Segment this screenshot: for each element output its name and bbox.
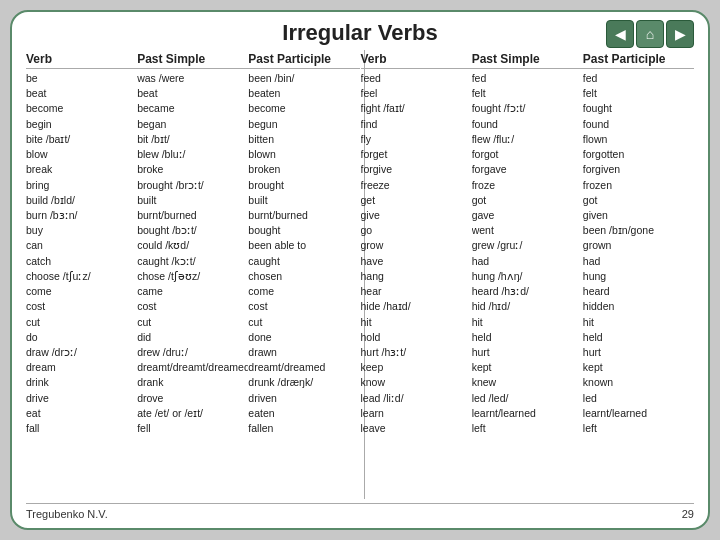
table-row: growgrew /gruː/grown	[361, 238, 695, 253]
table-cell: went	[472, 223, 583, 238]
table-cell: become	[248, 101, 359, 116]
table-cell: led /led/	[472, 391, 583, 406]
right-past-simple-header: Past Simple	[472, 50, 583, 68]
table-cell: beaten	[248, 86, 359, 101]
table-cell: cut	[137, 315, 248, 330]
table-cell: hold	[361, 330, 472, 345]
table-cell: cut	[248, 315, 359, 330]
table-row: havehadhad	[361, 254, 695, 269]
table-cell: fight /faɪt/	[361, 101, 472, 116]
table-cell: brought	[248, 178, 359, 193]
table-row: cutcutcut	[26, 315, 360, 330]
table-cell: hit	[472, 315, 583, 330]
table-cell: come	[248, 284, 359, 299]
table-row: hurt /hɜːt/hurthurt	[361, 345, 695, 360]
table-cell: fallen	[248, 421, 359, 436]
table-cell: cost	[26, 299, 137, 314]
table-cell: forget	[361, 147, 472, 162]
table-cell: got	[472, 193, 583, 208]
table-cell: drunk /dræŋk/	[248, 375, 359, 390]
table-cell: hurt	[583, 345, 694, 360]
table-cell: forgive	[361, 162, 472, 177]
table-cell: broke	[137, 162, 248, 177]
table-row: beatbeatbeaten	[26, 86, 360, 101]
table-cell: be	[26, 71, 137, 86]
table-cell: left	[583, 421, 694, 436]
table-cell: do	[26, 330, 137, 345]
footer: Tregubenko N.V. 29	[26, 503, 694, 520]
table-row: lead /liːd/led /led/led	[361, 391, 695, 406]
table-cell: get	[361, 193, 472, 208]
table-cell: forgot	[472, 147, 583, 162]
table-cell: was /were	[137, 71, 248, 86]
table-cell: burn /bɜːn/	[26, 208, 137, 223]
table-cell: freeze	[361, 178, 472, 193]
table-cell: drive	[26, 391, 137, 406]
left-verb-table: bewas /werebeen /bin/beatbeatbeatenbecom…	[26, 71, 360, 436]
table-cell: dream	[26, 360, 137, 375]
table-row: catchcaught /kɔːt/caught	[26, 254, 360, 269]
table-cell: go	[361, 223, 472, 238]
table-cell: hidden	[583, 299, 694, 314]
table-cell: flew /fluː/	[472, 132, 583, 147]
table-row: bewas /werebeen /bin/	[26, 71, 360, 86]
table-cell: forgave	[472, 162, 583, 177]
table-cell: got	[583, 193, 694, 208]
table-cell: known	[583, 375, 694, 390]
table-cell: learnt/learned	[472, 406, 583, 421]
table-cell: find	[361, 117, 472, 132]
table-cell: burnt/burned	[248, 208, 359, 223]
table-cell: cut	[26, 315, 137, 330]
table-cell: learnt/learned	[583, 406, 694, 421]
table-cell: built	[248, 193, 359, 208]
table-cell: fought /fɔːt/	[472, 101, 583, 116]
table-row: draw /drɔː/drew /druː/drawn	[26, 345, 360, 360]
table-row: bringbrought /brɔːt/brought	[26, 178, 360, 193]
table-cell: broken	[248, 162, 359, 177]
next-button[interactable]: ▶	[666, 20, 694, 48]
table-cell: burnt/burned	[137, 208, 248, 223]
table-cell: hit	[361, 315, 472, 330]
table-cell: drawn	[248, 345, 359, 360]
table-cell: grown	[583, 238, 694, 253]
prev-button[interactable]: ◀	[606, 20, 634, 48]
home-button[interactable]: ⌂	[636, 20, 664, 48]
table-cell: fed	[583, 71, 694, 86]
nav-buttons: ◀ ⌂ ▶	[606, 20, 694, 48]
table-cell: feel	[361, 86, 472, 101]
table-cell: forgotten	[583, 147, 694, 162]
table-cell: left	[472, 421, 583, 436]
table-row: costcostcost	[26, 299, 360, 314]
table-row: burn /bɜːn/burnt/burnedburnt/burned	[26, 208, 360, 223]
table-cell: catch	[26, 254, 137, 269]
table-row: flyflew /fluː/flown	[361, 132, 695, 147]
table-cell: fall	[26, 421, 137, 436]
table-cell: can	[26, 238, 137, 253]
table-cell: brought /brɔːt/	[137, 178, 248, 193]
table-row: hide /haɪd/hid /hɪd/hidden	[361, 299, 695, 314]
table-cell: driven	[248, 391, 359, 406]
table-row: knowknewknown	[361, 375, 695, 390]
table-cell: break	[26, 162, 137, 177]
table-row: choose /tʃuːz/chose /tʃəʊz/chosen	[26, 269, 360, 284]
left-verb-header: Verb	[26, 50, 137, 68]
table-cell: bite /baɪt/	[26, 132, 137, 147]
table-cell: caught /kɔːt/	[137, 254, 248, 269]
table-cell: eat	[26, 406, 137, 421]
table-cell: cost	[137, 299, 248, 314]
table-cell: have	[361, 254, 472, 269]
table-cell: hurt	[472, 345, 583, 360]
table-cell: built	[137, 193, 248, 208]
table-cell: blow	[26, 147, 137, 162]
table-cell: became	[137, 101, 248, 116]
table-cell: chosen	[248, 269, 359, 284]
table-cell: knew	[472, 375, 583, 390]
table-cell: fell	[137, 421, 248, 436]
table-cell: led	[583, 391, 694, 406]
table-cell: know	[361, 375, 472, 390]
table-cell: drove	[137, 391, 248, 406]
table-cell: begin	[26, 117, 137, 132]
table-row: forgetforgotforgotten	[361, 147, 695, 162]
table-row: leaveleftleft	[361, 421, 695, 436]
table-cell: blown	[248, 147, 359, 162]
